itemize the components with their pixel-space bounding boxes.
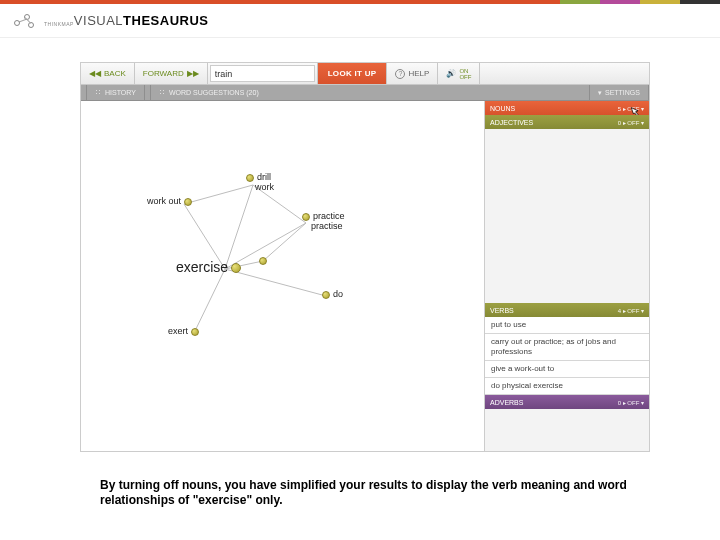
tab-history-label: HISTORY	[105, 89, 136, 96]
toolbar-spacer	[480, 63, 649, 84]
node-drill-work[interactable]: drillwork	[243, 172, 274, 192]
node-dot-icon	[322, 291, 330, 299]
panel-title: VERBS	[490, 307, 514, 314]
panel-title: ADVERBS	[490, 399, 523, 406]
node-dot-icon	[191, 328, 199, 336]
toggle-labels: ONOFF	[459, 68, 471, 80]
panel-body-spacer	[485, 129, 649, 303]
back-arrow-icon: ◀◀	[89, 69, 101, 78]
node-label: exert	[168, 326, 188, 336]
search-field-wrap	[208, 63, 318, 84]
panel-header-nouns[interactable]: NOUNS 5 ▸ OFF ▾	[485, 101, 649, 115]
tab-history[interactable]: HISTORY	[87, 85, 145, 100]
node-dot-icon	[231, 263, 241, 273]
panel-title: NOUNS	[490, 105, 515, 112]
node-dot-icon	[259, 257, 267, 265]
main-toolbar: ◀◀BACK FORWARD▶▶ LOOK IT UP ?HELP 🔊ONOFF	[81, 63, 649, 85]
back-button[interactable]: ◀◀BACK	[81, 63, 135, 84]
node-do[interactable]: do	[319, 289, 343, 299]
brand-supertitle: THINKMAP	[44, 21, 74, 27]
panel-meta: 0 ▸ OFF ▾	[618, 399, 644, 406]
speaker-icon: 🔊	[446, 69, 456, 78]
node-dot-icon	[302, 213, 310, 221]
side-panels: NOUNS 5 ▸ OFF ▾ ADJECTIVES 0 ▸ OFF ▾ VER…	[484, 101, 649, 451]
app-window: ◀◀BACK FORWARD▶▶ LOOK IT UP ?HELP 🔊ONOFF…	[80, 62, 650, 452]
lookup-button[interactable]: LOOK IT UP	[318, 63, 388, 84]
node-label: drill	[257, 172, 271, 182]
panel-meta: 5 ▸ OFF ▾	[618, 105, 644, 112]
help-button[interactable]: ?HELP	[387, 63, 438, 84]
panel-header-adjectives[interactable]: ADJECTIVES 0 ▸ OFF ▾	[485, 115, 649, 129]
panel-title: ADJECTIVES	[490, 119, 533, 126]
node-label: exercise	[176, 259, 228, 275]
node-label: practice	[313, 211, 345, 221]
definition-item[interactable]: give a work-out to	[485, 361, 649, 378]
brand-word-visual: VISUAL	[74, 13, 123, 28]
definitions-list: put to use carry out or practice; as of …	[485, 317, 649, 395]
tab-suggestions-label: WORD SUGGESTIONS (20)	[169, 89, 259, 96]
brand-bar: THINKMAP VISUALTHESAURUS	[0, 4, 720, 38]
node-workout[interactable]: work out	[147, 196, 195, 206]
forward-arrow-icon: ▶▶	[187, 69, 199, 78]
node-exert[interactable]: exert	[168, 326, 202, 336]
node-practice[interactable]: practicepractise	[299, 211, 345, 231]
brand-word-thesaurus: THESAURUS	[123, 13, 208, 28]
top-accent-stripe	[0, 0, 720, 4]
caption-text: By turning off nouns, you have simplifie…	[100, 478, 640, 508]
help-icon: ?	[395, 69, 405, 79]
definition-item[interactable]: carry out or practice; as of jobs and pr…	[485, 334, 649, 361]
node-label: do	[333, 289, 343, 299]
node-label: work out	[147, 196, 181, 206]
graph-edges	[81, 101, 484, 451]
grip-icon	[159, 89, 166, 96]
grip-icon	[95, 89, 102, 96]
graph-canvas[interactable]: work out drillwork practicepractise exer…	[81, 101, 484, 451]
chevron-down-icon: ▾	[598, 89, 602, 97]
forward-label: FORWARD	[143, 69, 184, 78]
svg-line-4	[194, 269, 225, 333]
help-label: HELP	[408, 69, 429, 78]
panel-meta: 4 ▸ OFF ▾	[618, 307, 644, 314]
node-label: practise	[311, 221, 343, 231]
definition-item[interactable]: put to use	[485, 317, 649, 334]
definition-item[interactable]: do physical exercise	[485, 378, 649, 395]
brand-wordmark: VISUALTHESAURUS	[74, 13, 209, 28]
tab-settings[interactable]: ▾SETTINGS	[590, 85, 649, 100]
forward-button[interactable]: FORWARD▶▶	[135, 63, 208, 84]
secondary-tabbar: HISTORY WORD SUGGESTIONS (20) ▾SETTINGS	[81, 85, 649, 101]
node-dot-icon	[184, 198, 192, 206]
panel-body-adverbs	[485, 409, 649, 451]
panel-header-verbs[interactable]: VERBS 4 ▸ OFF ▾	[485, 303, 649, 317]
brand-glyph-icon	[14, 14, 36, 28]
back-label: BACK	[104, 69, 126, 78]
sound-toggle[interactable]: 🔊ONOFF	[438, 63, 480, 84]
tab-suggestions[interactable]: WORD SUGGESTIONS (20)	[151, 85, 590, 100]
node-inner[interactable]	[256, 255, 270, 265]
panel-header-adverbs[interactable]: ADVERBS 0 ▸ OFF ▾	[485, 395, 649, 409]
app-body: work out drillwork practicepractise exer…	[81, 101, 649, 451]
node-dot-icon	[246, 174, 254, 182]
search-input[interactable]	[210, 65, 315, 82]
tab-settings-label: SETTINGS	[605, 89, 640, 96]
node-label: work	[255, 182, 274, 192]
panel-meta: 0 ▸ OFF ▾	[618, 119, 644, 126]
svg-line-1	[225, 185, 253, 269]
node-center-exercise[interactable]: exercise	[176, 259, 244, 275]
